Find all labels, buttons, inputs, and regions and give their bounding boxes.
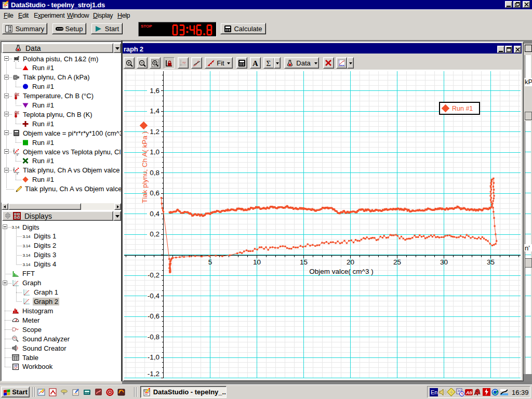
svg-text:30: 30 bbox=[440, 258, 448, 266]
svg-text:0,8: 0,8 bbox=[150, 169, 159, 177]
svg-text:35: 35 bbox=[487, 258, 495, 266]
svg-text:1,0: 1,0 bbox=[150, 148, 159, 156]
svg-text:Run #1: Run #1 bbox=[452, 105, 473, 112]
svg-text:0,4: 0,4 bbox=[150, 210, 159, 218]
svg-text:25: 25 bbox=[393, 258, 401, 266]
svg-text:3.14: 3.14 bbox=[23, 262, 31, 267]
svg-text:Ati: Ati bbox=[466, 390, 472, 395]
svg-text:20: 20 bbox=[347, 258, 354, 266]
svg-text:-1,2: -1,2 bbox=[148, 370, 159, 378]
svg-text:0,6: 0,6 bbox=[150, 189, 159, 197]
svg-text:1,6: 1,6 bbox=[150, 87, 159, 95]
svg-text:0,2: 0,2 bbox=[150, 230, 159, 238]
svg-text:3.14: 3.14 bbox=[23, 253, 31, 258]
svg-text:-0,8: -0,8 bbox=[148, 333, 159, 341]
svg-text:Tlak plynu, Ch A( kPa ): Tlak plynu, Ch A( kPa ) bbox=[141, 131, 149, 203]
svg-text:3.14: 3.14 bbox=[23, 234, 31, 239]
svg-text:Σ: Σ bbox=[267, 59, 271, 67]
svg-text:xy: xy bbox=[182, 61, 186, 64]
svg-text:A: A bbox=[252, 59, 258, 67]
svg-text:Objem valce( cm^3 ): Objem valce( cm^3 ) bbox=[309, 268, 373, 275]
svg-text:-0,4: -0,4 bbox=[148, 292, 160, 300]
svg-text:1,4: 1,4 bbox=[150, 107, 159, 115]
svg-text:3.14: 3.14 bbox=[23, 244, 31, 248]
svg-text:5: 5 bbox=[208, 258, 212, 266]
svg-text:-0,6: -0,6 bbox=[148, 312, 159, 320]
svg-text:y: y bbox=[13, 149, 15, 152]
svg-text:15: 15 bbox=[300, 258, 308, 266]
svg-text:-0,2: -0,2 bbox=[148, 271, 159, 279]
svg-text:1,2: 1,2 bbox=[150, 128, 159, 136]
svg-text:-1,0: -1,0 bbox=[148, 353, 159, 361]
svg-text:10: 10 bbox=[253, 258, 261, 266]
svg-text:y: y bbox=[13, 168, 15, 171]
svg-text:En: En bbox=[431, 389, 437, 395]
svg-text:STOP: STOP bbox=[141, 24, 152, 29]
